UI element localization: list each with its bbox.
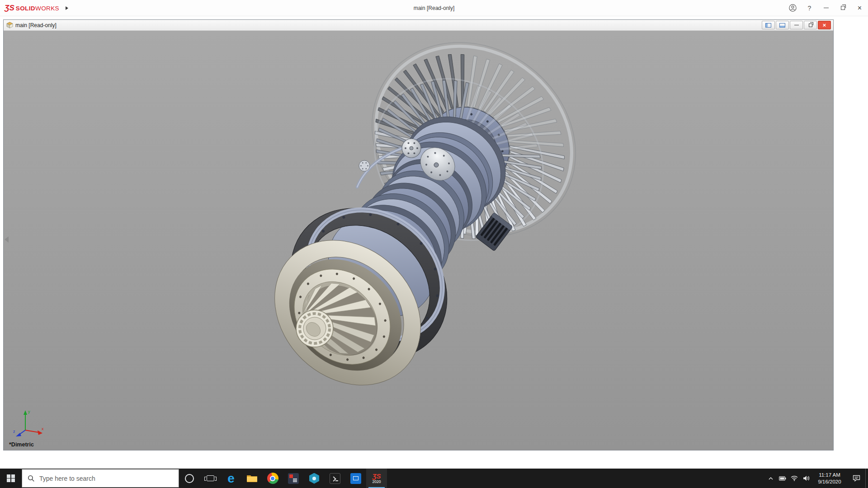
- app-close-button[interactable]: ×: [851, 0, 868, 16]
- terminal-icon: [330, 473, 340, 484]
- clock-date: 9/16/2020: [812, 479, 847, 485]
- app-restore-button[interactable]: [835, 0, 851, 16]
- orientation-triad: y x z: [12, 407, 46, 439]
- action-center-button[interactable]: [847, 469, 865, 488]
- account-button[interactable]: [784, 0, 801, 16]
- pinned-app-icon-2: [309, 473, 319, 484]
- tray-expand-button[interactable]: [765, 469, 777, 488]
- help-icon: ?: [808, 5, 811, 12]
- pinned-app-button-2[interactable]: [304, 469, 325, 488]
- pinned-app-button-1[interactable]: [283, 469, 304, 488]
- solidworks-logo-mark: ƷS: [5, 4, 14, 13]
- document-title: main [Read-only]: [15, 22, 57, 28]
- featuremanager-collapse-arrow-icon[interactable]: [5, 236, 9, 243]
- start-button[interactable]: [0, 469, 22, 488]
- command-prompt-button[interactable]: [325, 469, 345, 488]
- jet-engine-3d-model[interactable]: [4, 31, 833, 450]
- task-view-icon: [207, 475, 214, 481]
- app-window-controls: ? ×: [784, 0, 868, 16]
- split-pane-left-icon: [765, 23, 771, 28]
- chrome-icon: [267, 473, 278, 484]
- network-status-button[interactable]: [788, 469, 800, 488]
- pinned-app-button-3[interactable]: [345, 469, 366, 488]
- search-placeholder-text: Type here to search: [39, 475, 95, 482]
- doc-close-button[interactable]: ×: [818, 21, 831, 29]
- document-window-controls: ×: [762, 21, 831, 29]
- app-titlebar: ƷS SOLID WORKS main [Read-only] ? ×: [0, 0, 868, 16]
- wifi-icon: [791, 475, 798, 481]
- user-account-icon: [789, 4, 797, 12]
- show-desktop-button[interactable]: [865, 469, 868, 488]
- chevron-up-icon: [768, 477, 774, 480]
- chrome-button[interactable]: [262, 469, 283, 488]
- solidworks-logo-works: WORKS: [35, 5, 59, 12]
- doc-pane-left-button[interactable]: [762, 21, 775, 29]
- search-icon: [28, 475, 35, 482]
- taskbar-clock[interactable]: 11:17 AM 9/16/2020: [812, 472, 847, 485]
- windows-logo-icon: [7, 474, 15, 483]
- restore-icon: [841, 6, 845, 10]
- solidworks-app-year: 2020: [373, 479, 381, 484]
- minimize-icon: [794, 25, 799, 25]
- split-pane-bottom-icon: [779, 23, 785, 28]
- task-view-button[interactable]: [200, 469, 221, 488]
- doc-restore-button[interactable]: [804, 21, 817, 29]
- view-orientation-label: *Dimetric: [9, 441, 34, 448]
- part-cube-icon: [6, 22, 13, 28]
- solidworks-taskbar-button[interactable]: ƷS 2020: [366, 469, 387, 488]
- app-minimize-button[interactable]: [818, 0, 835, 16]
- triad-z-label: z: [13, 429, 15, 434]
- solidworks-logo-solid: SOLID: [16, 5, 35, 12]
- restore-icon: [809, 23, 812, 27]
- blue-window-icon: [350, 473, 361, 484]
- close-icon: ×: [858, 5, 862, 12]
- document-window: main [Read-only] ×: [3, 19, 834, 450]
- graphics-viewport[interactable]: y x z *Dimetric: [4, 31, 833, 450]
- folder-icon: [246, 474, 258, 483]
- battery-status-button[interactable]: [777, 469, 788, 488]
- app-window-title: main [Read-only]: [414, 5, 455, 11]
- doc-pane-bottom-button[interactable]: [776, 21, 789, 29]
- cortana-button[interactable]: [179, 469, 200, 488]
- file-explorer-button[interactable]: [241, 469, 262, 488]
- speaker-icon: [803, 475, 810, 481]
- clock-time: 11:17 AM: [812, 472, 847, 479]
- windows-taskbar: Type here to search e ƷS 2020: [0, 469, 868, 488]
- taskbar-search-input[interactable]: Type here to search: [22, 469, 179, 488]
- close-icon: ×: [823, 22, 826, 28]
- triad-x-label: x: [42, 427, 44, 431]
- solidworks-logo: ƷS SOLID WORKS: [5, 4, 59, 13]
- volume-button[interactable]: [800, 469, 812, 488]
- document-titlebar[interactable]: main [Read-only] ×: [4, 20, 833, 31]
- edge-button[interactable]: e: [221, 469, 241, 488]
- cortana-icon: [185, 474, 194, 483]
- triad-y-label: y: [28, 409, 30, 414]
- minimize-icon: [824, 8, 829, 8]
- solidworks-app-icon: ƷS: [372, 473, 381, 479]
- battery-icon: [779, 476, 786, 481]
- menu-expand-arrow-icon[interactable]: [66, 6, 68, 10]
- edge-icon: e: [227, 472, 235, 485]
- doc-minimize-button[interactable]: [790, 21, 803, 29]
- system-tray: 11:17 AM 9/16/2020: [765, 469, 868, 488]
- action-center-icon: [853, 475, 860, 482]
- pinned-app-icon-1: [288, 473, 299, 484]
- taskbar-pinned-apps: e ƷS 2020: [179, 469, 387, 488]
- help-button[interactable]: ?: [801, 0, 818, 16]
